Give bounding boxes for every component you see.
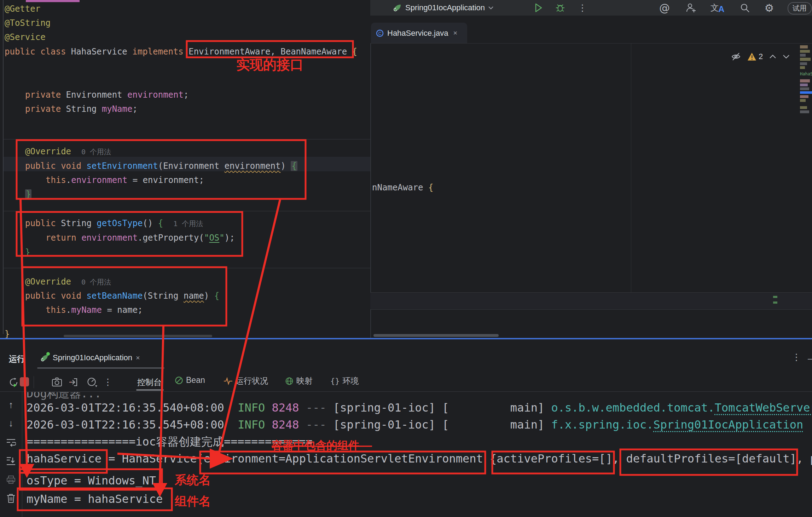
run-tab-title: Spring01IocApplication [53,353,132,362]
code-line[interactable]: public class HahaService implements Envi… [5,45,357,59]
code-line[interactable]: this.myName = name; [46,303,143,317]
thread-dump-icon[interactable] [67,376,79,388]
right-editor-hscrollbar[interactable] [373,334,499,337]
profiler-icon[interactable] [86,376,99,388]
scroll-to-end-icon[interactable] [6,455,16,466]
print-icon[interactable] [6,475,16,485]
warning-count: 2 [759,52,763,61]
code-line[interactable]: @ToString [5,16,51,30]
annotation-component-label: 组件名 [175,493,211,510]
health-pulse-icon [224,377,233,385]
scroll-down-icon[interactable]: ↓ [6,418,16,429]
toolbar-divider [34,376,34,388]
console-output[interactable]: Dog构造器... 2026-03-01T22:16:35.540+08:00 … [22,392,812,517]
code-line[interactable]: public String getOsType() { 1 个用法 [25,216,203,231]
next-problem-icon[interactable] [783,54,790,59]
debug-button[interactable] [554,2,566,13]
annotation-container-label: 容器中包含的组件 [272,438,359,453]
code-line[interactable]: return environment.getProperty("OS"); [46,231,235,245]
ide-window: @Getter @ToString @Service public class … [0,0,812,517]
code-line[interactable]: @Getter [5,2,40,16]
code-line[interactable]: } [25,187,31,201]
ai-assistant-icon[interactable]: @ [657,1,672,15]
run-tab-underline [37,367,164,369]
console-line: 2026-03-01T22:16:35.540+08:00 INFO 8248 … [27,400,812,416]
tab-health[interactable]: 运行状况 [224,375,268,386]
chevron-down-icon [488,6,494,10]
run-button[interactable] [533,2,544,13]
code-line[interactable]: } [5,327,10,338]
run-tool-window: 运行 Spring01IocApplication × ⋮ – ⋮ 控 [0,339,812,517]
console-line: ================ioc容器创建完成============= [27,433,313,450]
spring-boot-icon [40,353,49,363]
tab-bean[interactable]: Bean [175,375,205,385]
console-more-icon[interactable]: ⋮ [104,375,112,388]
stop-button[interactable] [20,377,29,386]
toolbar-more-icon[interactable]: ⋮ [578,1,587,14]
code-line[interactable]: this.environment = environment; [46,173,204,187]
editor-bottom-band [370,292,812,310]
change-marker [773,301,777,304]
console-line: myName = hahaService [27,491,163,507]
braces-icon: {} [330,377,340,385]
tab-close-icon[interactable]: × [453,29,457,37]
clear-console-icon[interactable] [6,493,16,504]
run-configuration-select[interactable]: Spring01IocApplication [392,1,494,14]
search-icon[interactable] [738,1,752,14]
bean-icon [175,376,183,385]
scroll-up-icon[interactable]: ↑ [6,400,16,410]
class-icon: C [376,29,384,37]
prev-problem-icon[interactable] [769,54,776,59]
inspection-widget: 2 [731,51,790,63]
run-panel-more-icon[interactable]: ⋮ [792,351,801,363]
left-editor-pane: @Getter @ToString @Service public class … [0,0,370,338]
run-tab[interactable]: Spring01IocApplication × [40,350,140,366]
left-editor-hscrollbar[interactable] [64,335,212,337]
warnings-badge[interactable]: 2 [747,52,763,61]
rerun-button[interactable] [8,376,20,388]
code-line[interactable]: private String myName; [25,102,138,116]
annotation-os-label: 系统名 [175,472,211,488]
add-user-icon[interactable] [684,1,698,14]
console-line: osType = Windows_NT [27,472,156,489]
trial-label: 试用 [793,4,807,13]
translate-icon[interactable]: 文 A [710,1,727,14]
method-separator [4,268,370,268]
minimap-class-label: HahaSe [800,71,812,76]
tab-console[interactable]: 控制台 [137,377,162,388]
hide-panel-icon[interactable]: – [808,354,812,363]
main-toolbar: Spring01IocApplication ⋮ @ 文 A ⚙ 试用 [370,0,812,16]
console-top-border [0,391,812,392]
tab-environment[interactable]: {} 环境 [330,375,359,386]
tab-mappings[interactable]: 映射 [285,375,313,386]
code-line[interactable]: public void setEnvironment(Environment e… [25,159,297,173]
console-tab-underline [136,389,164,391]
running-indicator [46,352,50,356]
code-line-partial[interactable]: nNameAware { [372,180,433,195]
console-left-strip: ↑ ↓ [0,392,22,517]
code-line[interactable]: @Service [5,30,46,44]
screenshot-icon[interactable] [51,376,63,388]
spring-boot-icon [392,3,402,13]
code-line[interactable]: @Override 0 个用法 [25,144,111,159]
code-line[interactable]: public void setBeanName(String name) { [25,289,219,303]
run-configuration-name: Spring01IocApplication [405,3,485,12]
method-separator [4,139,370,139]
run-title[interactable]: 运行 [9,354,25,364]
trial-button[interactable]: 试用 [788,2,812,15]
highlight-off-icon[interactable] [731,52,741,62]
code-line[interactable]: } [25,245,30,259]
minimap[interactable]: HahaSe [800,45,812,159]
tab-title: HahaService.java [387,29,448,38]
soft-wrap-icon[interactable] [6,437,16,448]
code-line[interactable]: @Override 0 个用法 [25,275,111,289]
tab-hahaservice[interactable]: C HahaService.java × [371,23,467,44]
svg-text:C: C [378,31,382,36]
annotation-interfaces-label: 实现的接口 [236,56,303,74]
globe-icon [285,377,294,385]
right-editor-pane: nNameAware { 2 HahaSe [370,44,812,338]
run-tab-close-icon[interactable]: × [136,354,140,362]
settings-icon[interactable]: ⚙ [762,1,776,15]
editor-tab-bar: C HahaService.java × [370,16,812,44]
code-line[interactable]: private Environment environment; [25,88,188,102]
